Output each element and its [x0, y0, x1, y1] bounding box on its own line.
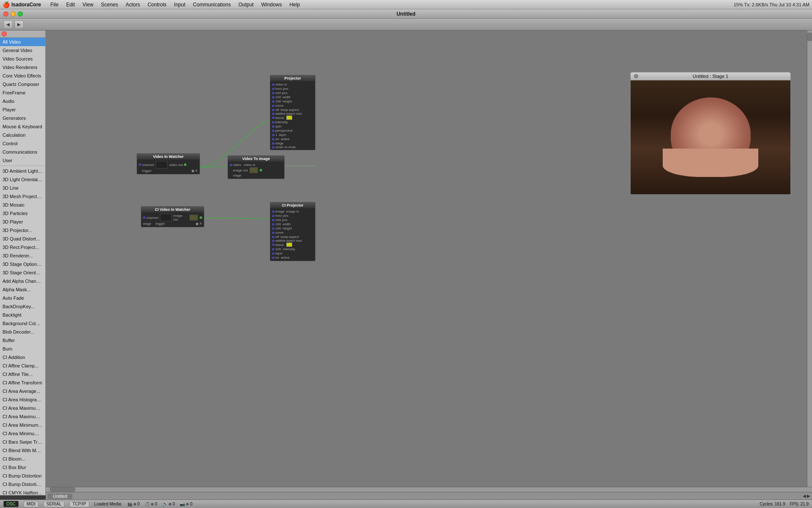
sidebar-item-4[interactable]: Core Video Effects — [0, 72, 45, 80]
sidebar-close-button[interactable] — [2, 31, 7, 36]
protocol-tcpip[interactable]: TCP/IP — [69, 501, 89, 507]
tab-arrow-right[interactable]: ▶ — [807, 494, 810, 498]
port-dot-ci-width — [272, 223, 274, 226]
sidebar-item-35[interactable]: Blob Decoder... — [0, 328, 45, 336]
sidebar-item-32[interactable]: BackDropKey... — [0, 302, 45, 311]
sidebar-item-3[interactable]: Video Renderers — [0, 63, 45, 72]
toolbar-back-button[interactable]: ◀ — [3, 20, 13, 29]
sidebar-item-42[interactable]: CI Area Average... — [0, 387, 45, 395]
protocol-osc[interactable]: OSC — [3, 501, 19, 507]
sidebar-item-18[interactable]: 3D Line — [0, 184, 45, 192]
sidebar-item-50[interactable]: CI Bloom... — [0, 455, 45, 463]
menu-windows[interactable]: Windows — [258, 1, 285, 8]
sidebar-item-27[interactable]: 3D Stage Options... — [0, 260, 45, 268]
menu-communications[interactable]: Communications — [189, 1, 234, 8]
sidebar-item-17[interactable]: 3D Light Orientation... — [0, 175, 45, 184]
sidebar-item-8[interactable]: Player — [0, 105, 45, 114]
sidebar-item-14[interactable]: User — [0, 156, 45, 165]
sidebar-item-53[interactable]: CI Bump Distortion t... — [0, 480, 45, 489]
port-dot-ci-image-out — [200, 216, 202, 219]
port-dot-blend — [272, 116, 274, 119]
projector-node[interactable]: Projector video in horz pos vert pos 100… — [270, 75, 315, 150]
vscrollbar-thumb[interactable] — [807, 33, 812, 41]
sidebar-item-36[interactable]: Buffer — [0, 336, 45, 345]
sidebar-item-20[interactable]: 3D Mosaic — [0, 201, 45, 209]
sidebar-item-7[interactable]: Audio — [0, 97, 45, 105]
menu-output[interactable]: Output — [235, 1, 257, 8]
sidebar-item-45[interactable]: CI Area Maximum Al... — [0, 412, 45, 421]
menu-edit[interactable]: Edit — [63, 1, 78, 8]
vertical-scrollbar[interactable] — [807, 30, 812, 495]
sidebar-item-21[interactable]: 3D Particles — [0, 209, 45, 218]
hscrollbar-thumb[interactable] — [50, 487, 75, 492]
window-close-button[interactable] — [3, 11, 8, 17]
stage-preview-close-button[interactable] — [634, 74, 638, 78]
sidebar-item-48[interactable]: CI Bars Swipe Trans... — [0, 438, 45, 446]
sidebar-item-52[interactable]: CI Bump Distortion — [0, 472, 45, 480]
traffic-lights — [3, 11, 23, 17]
menu-view[interactable]: View — [79, 1, 97, 8]
sidebar-item-12[interactable]: Control — [0, 139, 45, 148]
sidebar-item-26[interactable]: 3D Renderer... — [0, 251, 45, 260]
port-dot-ci-vert-pos — [272, 219, 274, 221]
sidebar-item-37[interactable]: Burn — [0, 345, 45, 353]
sidebar-item-41[interactable]: CI Affine Transform — [0, 378, 45, 387]
sidebar-item-39[interactable]: CI Affine Clamp... — [0, 362, 45, 370]
sidebar-scroll[interactable]: All VideoGeneral VideoVideo SourcesVideo… — [0, 38, 45, 495]
sidebar-item-9[interactable]: Generators — [0, 114, 45, 122]
sidebar-item-24[interactable]: 3D Quad Distort... — [0, 235, 45, 243]
menu-help[interactable]: Help — [286, 1, 303, 8]
horizontal-scrollbar[interactable] — [46, 487, 812, 492]
sidebar-item-16[interactable]: 3D Ambient Light... — [0, 167, 45, 175]
sidebar-item-0[interactable]: All Video — [0, 38, 45, 46]
sidebar-item-54[interactable]: CI CMYK Halftone... — [0, 489, 45, 495]
projector-node-body: video in horz pos vert pos 100width 100h… — [270, 81, 315, 150]
sidebar-item-34[interactable]: Background Color... — [0, 319, 45, 328]
sidebar-item-1[interactable]: General Video — [0, 46, 45, 55]
canvas-tab-untitled[interactable]: Untitled — [47, 493, 73, 499]
sidebar-item-25[interactable]: 3D Rect.Project... — [0, 243, 45, 251]
ci-video-in-watcher-node[interactable]: CI Video In Watcher channel image out st… — [141, 206, 204, 227]
fps-label: FPS: — [790, 502, 799, 506]
menu-input[interactable]: Input — [171, 1, 189, 8]
window-maximize-button[interactable] — [18, 11, 23, 17]
sidebar-item-19[interactable]: 3D Mesh Projector... — [0, 192, 45, 201]
sidebar-item-44[interactable]: CI Area Maximum... — [0, 404, 45, 412]
sidebar-item-49[interactable]: CI Blend With Mask — [0, 446, 45, 455]
sidebar-item-43[interactable]: CI Area Histogram... — [0, 395, 45, 404]
sidebar-item-10[interactable]: Mouse & Keyboard — [0, 122, 45, 131]
sidebar-item-40[interactable]: CI Affine Tile... — [0, 370, 45, 378]
ci-projector-node[interactable]: CI Projector imageimage in horz pos vert… — [270, 202, 315, 261]
sidebar-item-23[interactable]: 3D Projector... — [0, 226, 45, 235]
sidebar-item-6[interactable]: FreeFrame — [0, 88, 45, 97]
sidebar-item-33[interactable]: Backlight — [0, 311, 45, 319]
sidebar-item-28[interactable]: 3D Stage Orientatio... — [0, 268, 45, 277]
sidebar-item-11[interactable]: Calculation — [0, 131, 45, 139]
canvas-area[interactable]: Projector video in horz pos vert pos 100… — [46, 30, 812, 495]
sidebar-item-5[interactable]: Quartz Composer — [0, 80, 45, 88]
sidebar-item-47[interactable]: CI Area Minimum Al... — [0, 429, 45, 438]
sidebar-item-46[interactable]: CI Area Minimum... — [0, 421, 45, 429]
toolbar-forward-button[interactable]: ▶ — [14, 20, 24, 29]
menu-file[interactable]: File — [47, 1, 62, 8]
menu-controls[interactable]: Controls — [144, 1, 170, 8]
sidebar-item-2[interactable]: Video Sources — [0, 55, 45, 63]
stage-preview-window[interactable]: Untitled : Stage 1 — [630, 72, 791, 195]
sidebar-item-31[interactable]: Auto Fade — [0, 294, 45, 302]
sidebar-item-30[interactable]: Alpha Mask... — [0, 285, 45, 294]
protocol-serial[interactable]: SERIAL — [44, 501, 65, 507]
menu-scenes[interactable]: Scenes — [98, 1, 121, 8]
stage-preview-content — [631, 80, 790, 194]
window-minimize-button[interactable] — [11, 11, 16, 17]
protocol-midi[interactable]: MIDI — [24, 501, 38, 507]
sidebar-item-51[interactable]: CI Box Blur — [0, 463, 45, 472]
video-to-image-node[interactable]: Video To Image video video in image out … — [228, 155, 285, 179]
apple-icon[interactable]: 🍎 — [3, 1, 10, 8]
sidebar-item-13[interactable]: Communications — [0, 148, 45, 156]
sidebar-item-38[interactable]: CI Addition — [0, 353, 45, 362]
tab-arrow-left[interactable]: ◀ — [803, 494, 806, 498]
sidebar-item-22[interactable]: 3D Player — [0, 218, 45, 226]
sidebar-item-29[interactable]: Add Alpha Channel... — [0, 277, 45, 285]
menu-actors[interactable]: Actors — [122, 1, 143, 8]
video-in-watcher-node[interactable]: Video In Watcher channel video out trigg… — [137, 153, 200, 174]
